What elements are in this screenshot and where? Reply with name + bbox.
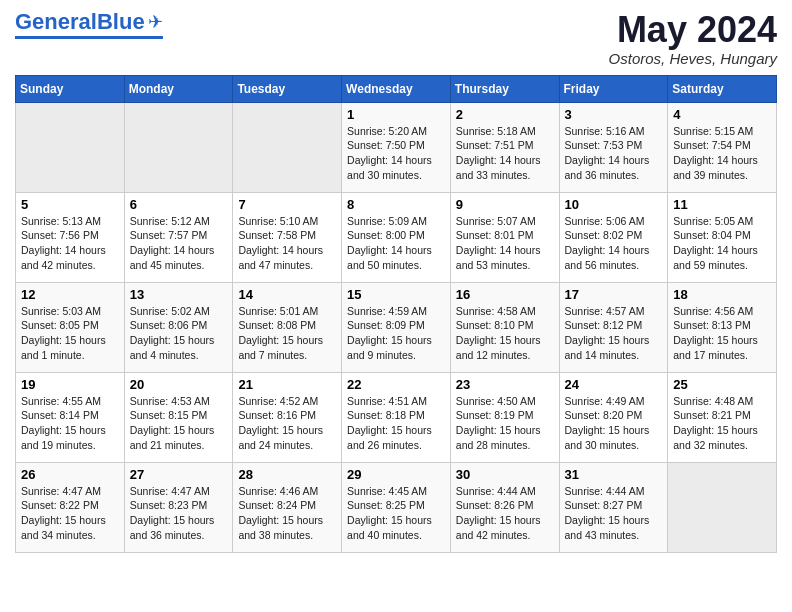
calendar-cell: 23Sunrise: 4:50 AM Sunset: 8:19 PM Dayli…: [450, 372, 559, 462]
day-number: 18: [673, 287, 771, 302]
day-info: Sunrise: 4:45 AM Sunset: 8:25 PM Dayligh…: [347, 484, 445, 543]
weekday-header-thursday: Thursday: [450, 75, 559, 102]
day-number: 27: [130, 467, 228, 482]
calendar-cell: 4Sunrise: 5:15 AM Sunset: 7:54 PM Daylig…: [668, 102, 777, 192]
calendar-cell: 3Sunrise: 5:16 AM Sunset: 7:53 PM Daylig…: [559, 102, 668, 192]
calendar-cell: 7Sunrise: 5:10 AM Sunset: 7:58 PM Daylig…: [233, 192, 342, 282]
calendar-cell: 11Sunrise: 5:05 AM Sunset: 8:04 PM Dayli…: [668, 192, 777, 282]
day-info: Sunrise: 5:13 AM Sunset: 7:56 PM Dayligh…: [21, 214, 119, 273]
day-info: Sunrise: 4:48 AM Sunset: 8:21 PM Dayligh…: [673, 394, 771, 453]
calendar-cell: 28Sunrise: 4:46 AM Sunset: 8:24 PM Dayli…: [233, 462, 342, 552]
logo: GeneralBlue ✈: [15, 10, 163, 39]
calendar-cell: [124, 102, 233, 192]
day-info: Sunrise: 4:57 AM Sunset: 8:12 PM Dayligh…: [565, 304, 663, 363]
calendar-week-3: 12Sunrise: 5:03 AM Sunset: 8:05 PM Dayli…: [16, 282, 777, 372]
day-info: Sunrise: 4:44 AM Sunset: 8:26 PM Dayligh…: [456, 484, 554, 543]
calendar-cell: 17Sunrise: 4:57 AM Sunset: 8:12 PM Dayli…: [559, 282, 668, 372]
day-number: 24: [565, 377, 663, 392]
title-block: May 2024 Ostoros, Heves, Hungary: [609, 10, 777, 67]
calendar-cell: [16, 102, 125, 192]
calendar-cell: 21Sunrise: 4:52 AM Sunset: 8:16 PM Dayli…: [233, 372, 342, 462]
day-info: Sunrise: 4:44 AM Sunset: 8:27 PM Dayligh…: [565, 484, 663, 543]
calendar-cell: 6Sunrise: 5:12 AM Sunset: 7:57 PM Daylig…: [124, 192, 233, 282]
calendar-cell: 19Sunrise: 4:55 AM Sunset: 8:14 PM Dayli…: [16, 372, 125, 462]
day-number: 5: [21, 197, 119, 212]
calendar-table: SundayMondayTuesdayWednesdayThursdayFrid…: [15, 75, 777, 553]
day-number: 17: [565, 287, 663, 302]
day-number: 25: [673, 377, 771, 392]
day-number: 8: [347, 197, 445, 212]
day-number: 6: [130, 197, 228, 212]
calendar-cell: 25Sunrise: 4:48 AM Sunset: 8:21 PM Dayli…: [668, 372, 777, 462]
day-number: 3: [565, 107, 663, 122]
day-number: 13: [130, 287, 228, 302]
day-info: Sunrise: 5:05 AM Sunset: 8:04 PM Dayligh…: [673, 214, 771, 273]
day-info: Sunrise: 4:51 AM Sunset: 8:18 PM Dayligh…: [347, 394, 445, 453]
calendar-cell: 18Sunrise: 4:56 AM Sunset: 8:13 PM Dayli…: [668, 282, 777, 372]
location-text: Ostoros, Heves, Hungary: [609, 50, 777, 67]
day-number: 1: [347, 107, 445, 122]
day-info: Sunrise: 4:49 AM Sunset: 8:20 PM Dayligh…: [565, 394, 663, 453]
logo-general: General: [15, 9, 97, 34]
weekday-row: SundayMondayTuesdayWednesdayThursdayFrid…: [16, 75, 777, 102]
day-info: Sunrise: 4:47 AM Sunset: 8:22 PM Dayligh…: [21, 484, 119, 543]
calendar-body: 1Sunrise: 5:20 AM Sunset: 7:50 PM Daylig…: [16, 102, 777, 552]
calendar-week-1: 1Sunrise: 5:20 AM Sunset: 7:50 PM Daylig…: [16, 102, 777, 192]
logo-underline: [15, 36, 163, 39]
day-info: Sunrise: 4:46 AM Sunset: 8:24 PM Dayligh…: [238, 484, 336, 543]
day-info: Sunrise: 5:16 AM Sunset: 7:53 PM Dayligh…: [565, 124, 663, 183]
day-number: 7: [238, 197, 336, 212]
weekday-header-sunday: Sunday: [16, 75, 125, 102]
day-number: 22: [347, 377, 445, 392]
logo-bird-icon: ✈: [148, 11, 163, 33]
calendar-cell: 22Sunrise: 4:51 AM Sunset: 8:18 PM Dayli…: [342, 372, 451, 462]
day-info: Sunrise: 4:56 AM Sunset: 8:13 PM Dayligh…: [673, 304, 771, 363]
day-number: 4: [673, 107, 771, 122]
day-number: 9: [456, 197, 554, 212]
day-number: 31: [565, 467, 663, 482]
calendar-cell: 31Sunrise: 4:44 AM Sunset: 8:27 PM Dayli…: [559, 462, 668, 552]
day-info: Sunrise: 5:01 AM Sunset: 8:08 PM Dayligh…: [238, 304, 336, 363]
day-number: 26: [21, 467, 119, 482]
weekday-header-tuesday: Tuesday: [233, 75, 342, 102]
day-number: 19: [21, 377, 119, 392]
day-info: Sunrise: 4:52 AM Sunset: 8:16 PM Dayligh…: [238, 394, 336, 453]
day-info: Sunrise: 4:58 AM Sunset: 8:10 PM Dayligh…: [456, 304, 554, 363]
day-number: 21: [238, 377, 336, 392]
weekday-header-saturday: Saturday: [668, 75, 777, 102]
calendar-cell: 10Sunrise: 5:06 AM Sunset: 8:02 PM Dayli…: [559, 192, 668, 282]
day-info: Sunrise: 5:10 AM Sunset: 7:58 PM Dayligh…: [238, 214, 336, 273]
day-number: 11: [673, 197, 771, 212]
day-number: 28: [238, 467, 336, 482]
day-number: 30: [456, 467, 554, 482]
day-number: 15: [347, 287, 445, 302]
calendar-cell: 12Sunrise: 5:03 AM Sunset: 8:05 PM Dayli…: [16, 282, 125, 372]
day-info: Sunrise: 5:07 AM Sunset: 8:01 PM Dayligh…: [456, 214, 554, 273]
month-title: May 2024: [609, 10, 777, 50]
page-header: GeneralBlue ✈ May 2024 Ostoros, Heves, H…: [15, 10, 777, 67]
day-info: Sunrise: 4:55 AM Sunset: 8:14 PM Dayligh…: [21, 394, 119, 453]
day-info: Sunrise: 4:47 AM Sunset: 8:23 PM Dayligh…: [130, 484, 228, 543]
calendar-cell: [233, 102, 342, 192]
day-info: Sunrise: 5:02 AM Sunset: 8:06 PM Dayligh…: [130, 304, 228, 363]
day-info: Sunrise: 5:06 AM Sunset: 8:02 PM Dayligh…: [565, 214, 663, 273]
calendar-cell: 14Sunrise: 5:01 AM Sunset: 8:08 PM Dayli…: [233, 282, 342, 372]
weekday-header-wednesday: Wednesday: [342, 75, 451, 102]
calendar-cell: 8Sunrise: 5:09 AM Sunset: 8:00 PM Daylig…: [342, 192, 451, 282]
weekday-header-monday: Monday: [124, 75, 233, 102]
calendar-cell: 2Sunrise: 5:18 AM Sunset: 7:51 PM Daylig…: [450, 102, 559, 192]
day-info: Sunrise: 5:09 AM Sunset: 8:00 PM Dayligh…: [347, 214, 445, 273]
calendar-cell: 30Sunrise: 4:44 AM Sunset: 8:26 PM Dayli…: [450, 462, 559, 552]
calendar-cell: 13Sunrise: 5:02 AM Sunset: 8:06 PM Dayli…: [124, 282, 233, 372]
day-number: 10: [565, 197, 663, 212]
day-info: Sunrise: 4:59 AM Sunset: 8:09 PM Dayligh…: [347, 304, 445, 363]
logo-text: GeneralBlue: [15, 10, 145, 34]
day-info: Sunrise: 5:12 AM Sunset: 7:57 PM Dayligh…: [130, 214, 228, 273]
calendar-cell: [668, 462, 777, 552]
calendar-cell: 27Sunrise: 4:47 AM Sunset: 8:23 PM Dayli…: [124, 462, 233, 552]
calendar-cell: 24Sunrise: 4:49 AM Sunset: 8:20 PM Dayli…: [559, 372, 668, 462]
day-info: Sunrise: 4:53 AM Sunset: 8:15 PM Dayligh…: [130, 394, 228, 453]
calendar-cell: 29Sunrise: 4:45 AM Sunset: 8:25 PM Dayli…: [342, 462, 451, 552]
calendar-header: SundayMondayTuesdayWednesdayThursdayFrid…: [16, 75, 777, 102]
day-number: 16: [456, 287, 554, 302]
